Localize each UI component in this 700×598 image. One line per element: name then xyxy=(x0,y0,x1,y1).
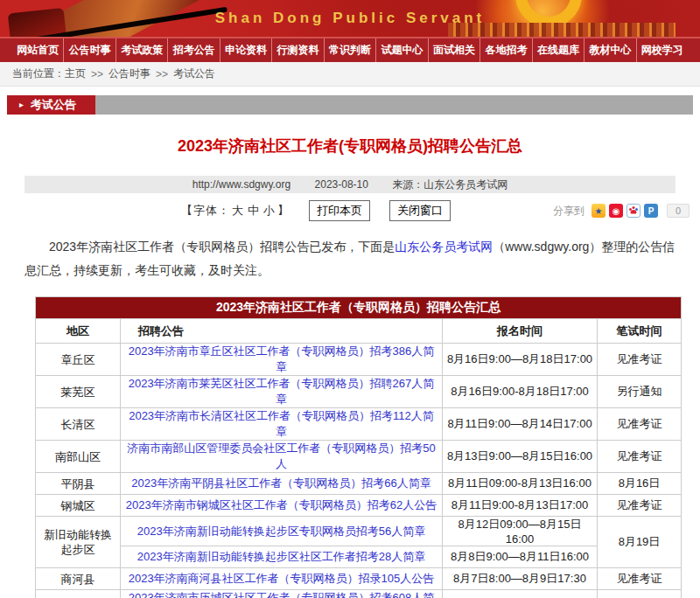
col-header-announcement: 招聘公告 xyxy=(121,319,443,344)
nav-item-online-bank[interactable]: 在线题库 xyxy=(532,38,584,62)
exam-time-cell: 见准考证 xyxy=(598,441,682,473)
breadcrumb-separator: >> xyxy=(156,68,168,80)
announcement-link[interactable]: 2023年济南商河县社区工作者（专职网格员）招录105人公告 xyxy=(129,572,435,585)
breadcrumb-home[interactable]: 主页 xyxy=(65,66,86,81)
announcement-link[interactable]: 2023年济南市长清区社区工作者（专职网格员）招考112人简章 xyxy=(129,409,434,438)
article-source: 来源：山东公务员考试网 xyxy=(392,178,508,191)
tab-exam-announcements[interactable]: ▸ 考试公告 xyxy=(7,95,95,115)
nav-item-exam-policy[interactable]: 考试政策 xyxy=(116,38,167,62)
more-share-icon[interactable]: P xyxy=(644,204,658,218)
font-size-suffix: 】 xyxy=(277,204,290,217)
nav-item-xingce[interactable]: 行测资料 xyxy=(271,38,323,62)
announcement-link[interactable]: 2023年济南市章丘区社区工作者（专职网格员）招考386人简章 xyxy=(129,344,435,373)
table-row: 莱芜区 2023年济南市莱芜区社区工作者（专职网格员）招聘267人简章 8月16… xyxy=(36,376,682,408)
font-size-small[interactable]: 小 xyxy=(263,204,276,217)
reg-time-cell: 8月13日9:00—8月15日16:00 xyxy=(443,441,598,473)
table-row: 长清区 2023年济南市长清区社区工作者（专职网格员）招考112人简章 8月11… xyxy=(36,408,682,441)
font-size-medium[interactable]: 中 xyxy=(248,204,260,217)
announcement-cell: 2023年济南平阴县社区工作者（专职网格员）招考66人简章 xyxy=(121,473,443,495)
breadcrumb-announcements[interactable]: 公告时事 xyxy=(108,66,150,81)
font-size-prefix: 【字体： xyxy=(181,204,230,217)
announcement-link[interactable]: 济南市南部山区管理委员会社区工作者（专职网格员）招考50人 xyxy=(127,442,435,470)
reg-time-cell: 8月5日09:00—8月8日24:00 xyxy=(443,590,598,598)
nav-item-shenlun[interactable]: 申论资料 xyxy=(220,38,271,62)
sdgwy-site-link[interactable]: 山东公务员考试网 xyxy=(395,240,493,254)
exam-time-cell: 见准考证 xyxy=(598,495,682,517)
reg-time-cell: 8月8日9:00—8月11日16:00 xyxy=(443,546,598,568)
table-row: 钢城区 2023年济南市钢城区社区工作者（专职网格员）招考62人公告 8月11日… xyxy=(36,495,682,517)
exam-time-cell: 见准考证 xyxy=(598,344,682,376)
area-cell: 商河县 xyxy=(36,568,121,590)
reg-time-cell: 8月11日09:00-8月13日16:00 xyxy=(443,473,598,495)
nav-item-interview[interactable]: 面试相关 xyxy=(428,38,480,62)
article-meta: http://www.sdgwy.org 2023-08-10 来源：山东公务员… xyxy=(24,176,676,193)
announcements-table: 2023年济南社区工作者（专职网格员）招聘公告汇总 地区 招聘公告 报名时间 笔… xyxy=(35,296,682,598)
nav-item-textbook[interactable]: 教材中心 xyxy=(584,38,635,62)
announcement-cell: 2023年济南市章丘区社区工作者（专职网格员）招考386人简章 xyxy=(121,344,443,376)
reg-time-cell: 8月7日8:00—8月9日17:30 xyxy=(443,568,598,590)
announcement-cell: 2023年济南市长清区社区工作者（专职网格员）招考112人简章 xyxy=(121,408,443,441)
breadcrumb-separator: >> xyxy=(91,68,103,80)
breadcrumb-label: 当前位置： xyxy=(12,66,65,81)
col-header-reg-time: 报名时间 xyxy=(443,319,598,344)
nav-item-announcements[interactable]: 公告时事 xyxy=(63,38,115,62)
table-header-row: 地区 招聘公告 报名时间 笔试时间 xyxy=(36,319,682,344)
reg-time-cell: 8月16日9:00-8月18日17:00 xyxy=(443,376,598,408)
font-size-large[interactable]: 大 xyxy=(232,204,244,217)
reg-time-cell: 8月11日9:00-8月13日17:00 xyxy=(443,495,598,517)
announcement-link[interactable]: 2023年济南市莱芜区社区工作者（专职网格员）招聘267人简章 xyxy=(129,377,435,406)
nav-item-question-center[interactable]: 试题中心 xyxy=(375,38,427,62)
article-toolbar: 【字体：大中小】 打印本页 关闭窗口 分享到 ★ ◉ P 0 xyxy=(10,200,690,221)
announcement-cell: 2023年济南新旧动能转换起步区专职网格员招考56人简章 xyxy=(121,517,443,546)
announcement-cell: 2023年济南市钢城区社区工作者（专职网格员）招考62人公告 xyxy=(121,495,443,517)
table-row: 历城区 2023年济南市历城区社区工作者（专职网格员）招考608人简章 8月5日… xyxy=(36,590,682,598)
announcement-link[interactable]: 2023年济南新旧动能转换起步区专职网格员招考56人简章 xyxy=(137,525,425,538)
main-nav: 网站首页 公告时事 考试政策 招考公告 申论资料 行测资料 常识判断 试题中心 … xyxy=(0,37,700,62)
font-size-control: 【字体：大中小】 xyxy=(181,203,290,219)
area-cell: 钢城区 xyxy=(36,495,121,517)
breadcrumb-exam-announcements[interactable]: 考试公告 xyxy=(173,66,215,81)
table-row: 商河县 2023年济南商河县社区工作者（专职网格员）招录105人公告 8月7日8… xyxy=(36,568,682,590)
exam-time-cell: 见准考证 xyxy=(598,590,682,598)
tieba-paw-share-icon[interactable] xyxy=(626,204,640,218)
print-page-button[interactable]: 打印本页 xyxy=(309,200,370,221)
exam-time-cell: 见准考证 xyxy=(598,568,682,590)
table-row: 2023年济南新旧动能转换起步区社区工作者招考28人简章 8月8日9:00—8月… xyxy=(36,546,682,568)
site-banner: Shan Dong Public Servant xyxy=(0,0,700,37)
announcement-link[interactable]: 2023年济南市钢城区社区工作者（专职网格员）招考62人公告 xyxy=(126,498,437,511)
reg-time-cell: 8月11日9:00—8月14日17:00 xyxy=(443,408,598,441)
exam-time-cell: 8月16日 xyxy=(598,473,682,495)
announcement-link[interactable]: 2023年济南市历城区社区工作者（专职网格员）招考608人简章 xyxy=(129,591,435,598)
intro-paragraph: 2023年济南社区工作者（专职网格员）招聘公告已发布，下面是山东公务员考试网（w… xyxy=(24,235,676,282)
share-bar: 分享到 ★ ◉ P 0 xyxy=(553,204,690,219)
paragraph-text: 2023年济南社区工作者（专职网格员）招聘公告已发布，下面是 xyxy=(49,240,395,254)
breadcrumb: 当前位置： 主页 >> 公告时事 >> 考试公告 xyxy=(0,62,700,87)
nav-item-common-sense[interactable]: 常识判断 xyxy=(324,38,375,62)
table-banner-row: 2023年济南社区工作者（专职网格员）招聘公告汇总 xyxy=(36,297,682,319)
nav-item-recruit-notice[interactable]: 招考公告 xyxy=(167,38,219,62)
nav-item-online-school[interactable]: 网校学习 xyxy=(636,38,688,62)
area-cell: 平阴县 xyxy=(36,473,121,495)
announcement-link[interactable]: 2023年济南新旧动能转换起步区社区工作者招考28人简章 xyxy=(137,550,425,563)
nav-item-home[interactable]: 网站首页 xyxy=(12,38,63,62)
close-window-button[interactable]: 关闭窗口 xyxy=(389,200,451,221)
area-cell: 莱芜区 xyxy=(36,376,121,408)
announcement-link[interactable]: 2023年济南平阴县社区工作者（专职网格员）招考66人简章 xyxy=(131,476,430,490)
table-row: 平阴县 2023年济南平阴县社区工作者（专职网格员）招考66人简章 8月11日0… xyxy=(36,473,682,495)
nav-item-regional[interactable]: 各地招考 xyxy=(480,38,531,62)
reg-time-cell: 8月16日9:00—8月18日17:00 xyxy=(443,344,598,376)
area-cell: 新旧动能转换起步区 xyxy=(36,517,121,568)
share-to-label: 分享到 xyxy=(553,204,584,219)
table-row: 新旧动能转换起步区 2023年济南新旧动能转换起步区专职网格员招考56人简章 8… xyxy=(36,517,682,546)
col-header-exam-time: 笔试时间 xyxy=(598,319,682,344)
exam-time-cell: 见准考证 xyxy=(598,408,682,441)
table-row: 南部山区 济南市南部山区管理委员会社区工作者（专职网格员）招考50人 8月13日… xyxy=(36,441,682,473)
reg-time-cell: 8月12日09:00—8月15日16:00 xyxy=(443,517,598,546)
weibo-share-icon[interactable]: ◉ xyxy=(609,204,623,218)
qzone-share-icon[interactable]: ★ xyxy=(592,204,606,218)
table-banner: 2023年济南社区工作者（专职网格员）招聘公告汇总 xyxy=(36,297,682,319)
announcement-cell: 2023年济南新旧动能转换起步区社区工作者招考28人简章 xyxy=(121,546,443,568)
announcement-cell: 2023年济南市历城区社区工作者（专职网格员）招考608人简章 xyxy=(121,590,443,598)
area-cell: 长清区 xyxy=(36,408,121,441)
area-cell: 历城区 xyxy=(36,590,121,598)
